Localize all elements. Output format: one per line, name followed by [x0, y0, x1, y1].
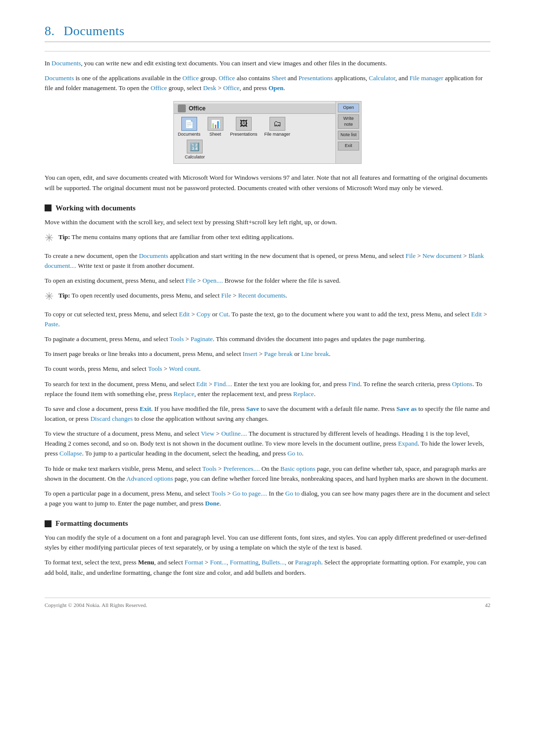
sidebar-notelist-btn[interactable]: Note list [338, 131, 359, 140]
sidebar-open-btn[interactable]: Open [338, 103, 359, 112]
heading-square-icon [45, 204, 52, 211]
link-exit[interactable]: Exit [140, 405, 151, 412]
link-sheet[interactable]: Sheet [271, 74, 286, 82]
footer-copyright: Copyright © 2004 Nokia. All Rights Reser… [45, 602, 147, 608]
link-tools-wordcount[interactable]: Tools [148, 365, 162, 372]
link-tools-gotopage[interactable]: Tools [212, 490, 226, 497]
tip-text-2: Tip: To open recently used documents, pr… [58, 291, 287, 301]
filemanager-label: File manager [265, 132, 291, 137]
link-open[interactable]: Open [268, 84, 283, 92]
link-tools-paginate[interactable]: Tools [169, 335, 184, 343]
intro-p3: You can open, edit, and save documents c… [45, 173, 490, 193]
link-desk[interactable]: Desk [203, 84, 216, 92]
link-office-4[interactable]: Office [223, 84, 239, 92]
office-item-calculator[interactable]: 🔢 Calculator [185, 140, 205, 159]
link-view[interactable]: View [201, 430, 214, 437]
office-items-row[interactable]: 📄 Documents 📊 Sheet 🖼 Presentations 🗂 Fi… [174, 114, 335, 139]
link-recent-docs[interactable]: Recent documents [238, 292, 286, 299]
link-insert[interactable]: Insert [243, 350, 258, 357]
calculator-label: Calculator [185, 154, 205, 159]
office-sidebar: Open Write note Note list Exit [335, 101, 361, 163]
presentations-icon: 🖼 [236, 117, 252, 131]
sidebar-exit-btn[interactable]: Exit [338, 142, 359, 151]
link-outline[interactable]: Outline.... [221, 430, 247, 437]
link-advanced-options[interactable]: Advanced options [126, 475, 173, 482]
link-office-3[interactable]: Office [151, 84, 167, 92]
working-p3: To open an existing document, press Menu… [45, 276, 490, 286]
link-linebreak[interactable]: Line break [301, 350, 329, 357]
link-goto-dialog[interactable]: Go to [285, 490, 300, 497]
link-paragraph[interactable]: Paragraph [295, 558, 321, 566]
link-replace-2[interactable]: Replace [293, 390, 314, 398]
link-filemanager[interactable]: File manager [410, 74, 443, 82]
link-save[interactable]: Save [246, 405, 259, 412]
formatting-title: Formatting documents [55, 519, 128, 528]
link-blank[interactable]: Blank document.... [45, 252, 484, 269]
office-screenshot-container: Office 📄 Documents 📊 Sheet 🖼 Presentatio… [45, 101, 490, 164]
link-prefs[interactable]: Preferences.... [223, 465, 260, 472]
working-p11: To hide or make text markers visible, pr… [45, 464, 490, 484]
link-cut[interactable]: Cut [219, 310, 228, 318]
office-item-documents[interactable]: 📄 Documents [178, 117, 201, 137]
link-edit-copy[interactable]: Edit [179, 310, 190, 318]
link-presentations[interactable]: Presentations [299, 74, 333, 82]
link-wordcount[interactable]: Word count [169, 365, 199, 372]
sidebar-writenote-btn[interactable]: Write note [338, 114, 359, 129]
office-folder-icon [178, 104, 186, 112]
link-documents-p2[interactable]: Documents [45, 74, 74, 82]
documents-label: Documents [178, 132, 201, 137]
link-open-dots[interactable]: Open.... [203, 277, 223, 284]
office-item-sheet[interactable]: 📊 Sheet [208, 117, 223, 137]
footer-page: 42 [485, 602, 490, 608]
link-office-1[interactable]: Office [182, 74, 199, 82]
filemanager-icon: 🗂 [269, 117, 285, 131]
link-font[interactable]: Font..., [210, 558, 228, 566]
link-find-btn[interactable]: Find [348, 380, 360, 388]
link-discard[interactable]: Discard changes [90, 415, 133, 422]
link-edit-paste[interactable]: Edit [471, 310, 482, 318]
link-documents-p2[interactable]: Documents [139, 252, 168, 259]
link-file-newdoc[interactable]: File [406, 252, 416, 259]
office-screenshot: Office 📄 Documents 📊 Sheet 🖼 Presentatio… [173, 101, 362, 164]
office-main-panel: Office 📄 Documents 📊 Sheet 🖼 Presentatio… [174, 101, 335, 163]
working-p9: To save and close a document, press Exit… [45, 404, 490, 424]
link-documents-intro[interactable]: Documents [52, 59, 81, 67]
link-formatting[interactable]: Formatting [230, 558, 259, 566]
working-p4: To copy or cut selected text, press Menu… [45, 309, 490, 329]
link-collapse[interactable]: Collapse [59, 450, 82, 457]
link-calculator[interactable]: Calculator [369, 74, 395, 82]
link-file-open[interactable]: File [186, 277, 196, 284]
link-paste[interactable]: Paste [45, 320, 58, 328]
link-file-recent[interactable]: File [221, 292, 231, 299]
link-pagebreak[interactable]: Page break [264, 350, 292, 357]
link-tools-prefs[interactable]: Tools [202, 465, 216, 472]
chapter-title: 8.Documents [45, 24, 490, 42]
link-office-2[interactable]: Office [218, 74, 235, 82]
office-item-filemanager[interactable]: 🗂 File manager [265, 117, 291, 137]
formatting-p1: You can modify the style of a document o… [45, 533, 490, 553]
link-expand[interactable]: Expand [398, 440, 418, 447]
link-replace-1[interactable]: Replace [173, 390, 194, 398]
link-bullets[interactable]: Bullets..., [262, 558, 286, 566]
office-title-label: Office [189, 105, 206, 112]
office-item-presentations[interactable]: 🖼 Presentations [230, 117, 258, 137]
link-saveas[interactable]: Save as [396, 405, 417, 412]
link-gotopage[interactable]: Go to page.... [232, 490, 267, 497]
office-bottom-row[interactable]: 🔢 Calculator [174, 139, 335, 161]
tip-icon-2: ✳ [45, 289, 54, 304]
link-find[interactable]: Find.... [214, 380, 232, 388]
link-goto[interactable]: Go to [287, 450, 302, 457]
working-p8: To search for text in the document, pres… [45, 379, 490, 399]
calculator-icon: 🔢 [187, 140, 203, 153]
link-basic-options[interactable]: Basic options [280, 465, 315, 472]
tip-icon-1: ✳ [45, 231, 54, 246]
link-done[interactable]: Done [205, 500, 219, 507]
tip-text-1: Tip: The menu contains many options that… [58, 232, 294, 242]
link-newdocument[interactable]: New document [423, 252, 462, 259]
office-title-bar: Office [174, 103, 335, 114]
link-edit-find[interactable]: Edit [196, 380, 207, 388]
link-options[interactable]: Options [452, 380, 472, 388]
link-format[interactable]: Format [185, 558, 204, 566]
link-copy[interactable]: Copy [197, 310, 211, 318]
link-paginate[interactable]: Paginate [191, 335, 213, 343]
